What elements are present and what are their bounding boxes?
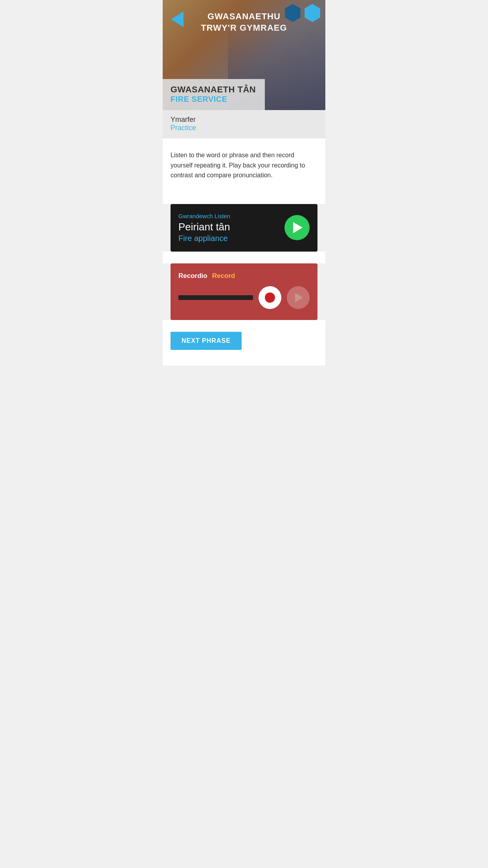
record-dot-icon bbox=[265, 292, 275, 303]
spacer-top bbox=[163, 192, 325, 204]
instructions-section: Listen to the word or phrase and then re… bbox=[163, 138, 325, 192]
record-button[interactable] bbox=[259, 286, 281, 309]
record-label-welsh: Recordio bbox=[178, 272, 207, 280]
back-button[interactable] bbox=[167, 9, 187, 29]
listen-play-button[interactable] bbox=[284, 215, 310, 240]
hex-icons bbox=[284, 4, 321, 22]
next-phrase-button[interactable]: NEXT PHRASE bbox=[171, 332, 242, 350]
listen-label-welsh: Gwrandewch bbox=[178, 213, 213, 219]
record-block: Recordio Record bbox=[171, 263, 317, 320]
hex-icon-blue bbox=[303, 4, 321, 22]
record-controls bbox=[178, 286, 310, 309]
listen-label: Gwrandewch Listen bbox=[178, 213, 230, 219]
listen-block: Gwrandewch Listen Peiriant tân Fire appl… bbox=[171, 204, 317, 252]
hero-section: GWASANAETHU TRWY'R GYMRAEG GWASANAETH TÂ… bbox=[163, 0, 325, 110]
listen-text-group: Gwrandewch Listen Peiriant tân Fire appl… bbox=[178, 213, 230, 243]
listen-phrase-english: Fire appliance bbox=[178, 234, 230, 243]
playback-icon bbox=[295, 293, 303, 302]
listen-label-english: Listen bbox=[215, 213, 230, 219]
listen-phrase-welsh: Peiriant tân bbox=[178, 221, 230, 233]
record-label-english: Record bbox=[212, 272, 235, 280]
spacer-middle bbox=[163, 252, 325, 263]
practice-english: Practice bbox=[171, 124, 317, 132]
hero-title-line1: GWASANAETHU bbox=[201, 11, 287, 22]
practice-section: Ymarfer Practice bbox=[163, 110, 325, 138]
hex-icon-dark bbox=[284, 4, 302, 22]
service-welsh-text: GWASANAETH TÂN bbox=[171, 85, 257, 95]
record-progress-bar bbox=[178, 295, 253, 300]
play-icon bbox=[293, 222, 303, 233]
service-label-box: GWASANAETH TÂN FIRE SERVICE bbox=[163, 79, 265, 110]
playback-button[interactable] bbox=[287, 286, 310, 309]
record-label-row: Recordio Record bbox=[178, 272, 310, 280]
practice-welsh: Ymarfer bbox=[171, 116, 317, 124]
back-arrow-icon bbox=[171, 11, 183, 27]
service-english-text: FIRE SERVICE bbox=[171, 95, 257, 104]
instructions-text: Listen to the word or phrase and then re… bbox=[171, 150, 317, 180]
bottom-area: NEXT PHRASE bbox=[163, 320, 325, 366]
